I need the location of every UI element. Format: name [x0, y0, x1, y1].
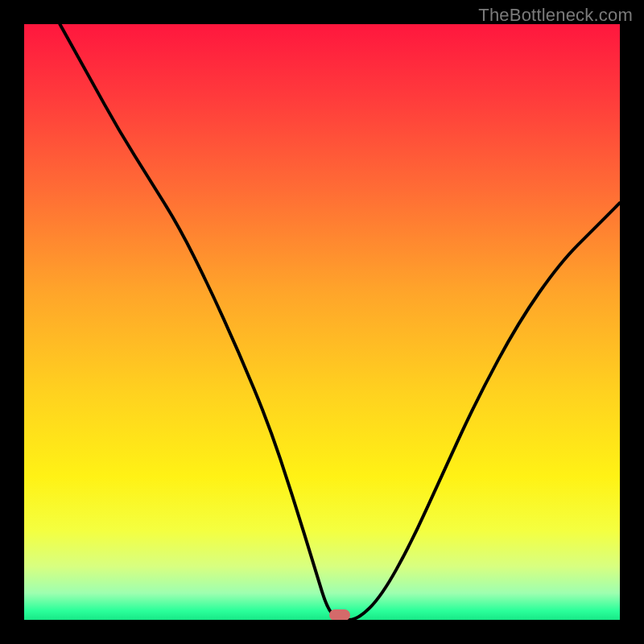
chart-frame: TheBottleneck.com — [0, 0, 644, 644]
optimal-point-marker — [329, 609, 350, 620]
plot-area — [24, 24, 620, 620]
bottleneck-curve — [24, 24, 620, 620]
watermark-text: TheBottleneck.com — [478, 5, 633, 26]
